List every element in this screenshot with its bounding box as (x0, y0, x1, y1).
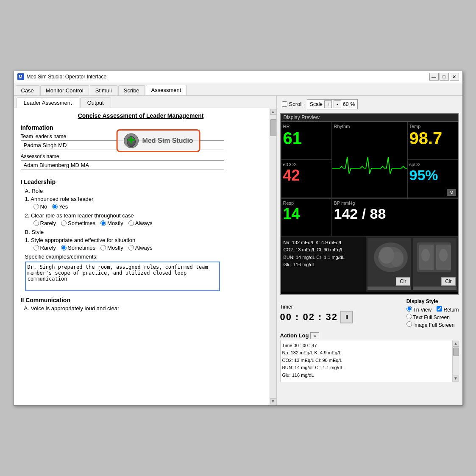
text-full-label[interactable]: Text Full Screen (406, 314, 450, 320)
scale-control: Scale + - 60 % (307, 99, 358, 109)
image-bottom-1: Clr (367, 276, 411, 287)
tri-view-radio[interactable] (406, 306, 412, 312)
assessment-body: Concise Assessment of Leader Management … (14, 108, 270, 405)
tab-monitor-control[interactable]: Monitor Control (40, 85, 89, 95)
hr-value: 61 (283, 130, 330, 147)
text-full-radio[interactable] (406, 314, 412, 319)
q3-rarely-option[interactable]: Rarely (33, 245, 56, 251)
rhythm-cell: Rhythm (332, 122, 407, 198)
resp-value: 14 (283, 206, 330, 222)
svg-point-14 (421, 249, 430, 262)
assessor-input[interactable] (21, 160, 224, 170)
labs-section: Na: 132 mEq/L K: 4.9 mEq/L CO2: 13 mEq/L… (281, 237, 366, 292)
action-log-expand-button[interactable]: » (310, 332, 319, 339)
image-full-label[interactable]: Image Full Screen (406, 321, 455, 328)
al-entry-5: Glu: 116 mg/dL (282, 372, 450, 379)
q1-no-radio[interactable] (33, 204, 39, 209)
hr-label: HR (283, 124, 330, 129)
scale-minus-button[interactable]: - (334, 100, 341, 108)
al-scroll-track[interactable] (453, 347, 459, 376)
organ-image-1 (367, 238, 411, 276)
minimize-button[interactable]: — (429, 73, 439, 81)
right-top-bar: Scroll Scale + - 60 % (278, 97, 461, 111)
organ-image-2 (413, 238, 457, 276)
leadership-heading: I Leadership (21, 178, 261, 185)
lab-line-4: Glu: 116 mg/dL (284, 261, 363, 269)
action-log-scrollbar[interactable]: ▲ ▼ (452, 340, 459, 382)
scroll-down-arrow[interactable]: ▼ (270, 398, 276, 404)
q2-rarely-radio[interactable] (33, 220, 39, 226)
assessment-scrollbar[interactable]: ▲ ▼ (270, 108, 276, 405)
q3-sometimes-radio[interactable] (61, 245, 67, 251)
image-full-radio[interactable] (406, 321, 412, 327)
q3-rarely-radio[interactable] (33, 245, 39, 251)
return-label[interactable]: Return (437, 306, 459, 313)
lab-line-2: CO2: 13 mEq/L Cl: 90 mEq/L (284, 246, 363, 254)
temp-value: 98.7 (409, 130, 456, 147)
q1-yes-radio[interactable] (52, 204, 58, 209)
resp-cell: Resp 14 (281, 198, 332, 236)
return-checkbox[interactable] (437, 306, 442, 312)
action-log-title: Action Log (280, 332, 309, 339)
q3-row: 1. Style appropriate and effective for s… (25, 237, 261, 251)
q2-label: 2. Clear role as team leader throughout … (25, 212, 261, 219)
scale-percent: % (350, 101, 355, 107)
image-box-1: Clr (367, 238, 411, 290)
clr-button-2[interactable]: Clr (441, 277, 455, 286)
image-full-row: Image Full Screen (406, 321, 459, 328)
q2-always-radio[interactable] (128, 220, 134, 226)
q3-mostly-radio[interactable] (100, 245, 106, 251)
logo-text: Med Sim Studio (142, 137, 193, 145)
scroll-label: Scroll (289, 101, 303, 107)
pause-button[interactable]: ⏸ (340, 311, 353, 323)
q2-sometimes-radio[interactable] (61, 220, 67, 226)
tab-stimuli[interactable]: Stimuli (90, 85, 117, 95)
image-box-2: Clr (413, 238, 457, 290)
style-label: B. Style (25, 229, 261, 235)
scroll-track[interactable] (270, 115, 276, 398)
display-style-section: Display Style Tri-View Return Text Full … (406, 298, 459, 329)
q3-mostly-option[interactable]: Mostly (100, 245, 123, 251)
q1-no-option[interactable]: No (33, 203, 47, 210)
q2-row: 2. Clear role as team leader throughout … (25, 212, 261, 226)
al-entry-2: Na: 132 mEq/L K: 4.9 mEq/L (282, 349, 450, 357)
q2-rarely-option[interactable]: Rarely (33, 220, 56, 226)
q2-mostly-radio[interactable] (100, 220, 106, 226)
title-bar-text: Med Sim Studio: Operator Interface (27, 74, 427, 80)
bp-value: 142 / 88 (334, 206, 456, 221)
scale-plus-button[interactable]: + (324, 100, 332, 108)
m-button[interactable]: M (447, 189, 456, 196)
hr-cell: HR 61 (281, 122, 332, 160)
q2-mostly-option[interactable]: Mostly (100, 220, 123, 226)
tab-scribe[interactable]: Scribe (118, 85, 145, 95)
al-entry-1: Time 00 : 00 : 47 (282, 342, 450, 350)
sub-tab-output[interactable]: Output (80, 97, 111, 108)
tri-view-label[interactable]: Tri-View (406, 306, 431, 313)
q3-always-radio[interactable] (128, 245, 134, 251)
scroll-up-arrow[interactable]: ▲ (270, 109, 276, 115)
timer-section: Timer 00 : 02 : 32 ⏸ (280, 304, 403, 323)
sub-tab-leader-assessment[interactable]: Leader Assessment (17, 97, 79, 108)
q2-sometimes-option[interactable]: Sometimes (61, 220, 95, 226)
scroll-thumb[interactable] (270, 119, 276, 136)
q2-always-option[interactable]: Always (128, 220, 153, 226)
right-panel: Scroll Scale + - 60 % Display Preview HR (277, 96, 462, 405)
q1-yes-option[interactable]: Yes (52, 203, 68, 210)
maximize-button[interactable]: □ (440, 73, 449, 81)
tab-case[interactable]: Case (16, 85, 39, 95)
al-scroll-down[interactable]: ▼ (453, 376, 459, 381)
clr-button-1[interactable]: Clr (396, 277, 410, 286)
scroll-checkbox[interactable] (282, 101, 287, 107)
display-preview: Display Preview HR 61 Rhythm (280, 113, 459, 295)
al-entry-3: CO2: 13 mEq/L Cl: 90 mEq/L (282, 357, 450, 365)
comments-textarea[interactable]: Dr. Singh prepared the room, assigned ro… (25, 262, 220, 291)
etco2-label: etCO2 (283, 162, 330, 167)
q3-always-option[interactable]: Always (128, 245, 153, 251)
al-scroll-up[interactable]: ▲ (453, 341, 459, 347)
q3-sometimes-option[interactable]: Sometimes (61, 245, 95, 251)
bottom-controls: Timer 00 : 02 : 32 ⏸ Display Style Tri-V… (278, 297, 461, 331)
al-scroll-thumb[interactable] (453, 348, 459, 356)
tab-assessment[interactable]: Assessment (146, 85, 187, 95)
title-bar: M Med Sim Studio: Operator Interface — □… (14, 71, 462, 83)
close-button[interactable]: ✕ (450, 73, 459, 81)
